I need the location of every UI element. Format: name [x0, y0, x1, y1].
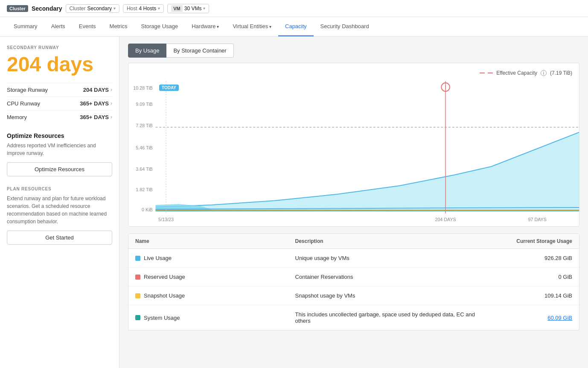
tab-events[interactable]: Events [72, 17, 103, 36]
col-description: Description [295, 238, 487, 244]
table-container: Name Description Current Storage Usage L… [128, 234, 579, 330]
svg-text:!: ! [445, 85, 446, 91]
svg-text:0 KiB: 0 KiB [142, 207, 153, 212]
desc-reserved: Container Reservations [295, 274, 487, 280]
table-row: Reserved Usage Container Reservations 0 … [128, 268, 579, 286]
cluster-filter-value: Secondary [87, 6, 112, 12]
cluster-name: Secondary [32, 5, 62, 12]
table-row: System Usage This includes uncollected g… [128, 305, 579, 330]
cluster-filter-label: Cluster [70, 6, 86, 12]
vm-filter-value: 30 VMs [184, 6, 202, 12]
table-header: Name Description Current Storage Usage [128, 234, 579, 249]
runway-row-memory[interactable]: Memory 365+ DAYS › [7, 110, 112, 124]
runway-value: 204 days [7, 53, 112, 76]
runway-days-memory: 365+ DAYS [80, 114, 109, 120]
optimize-title: Optimize Resources [7, 132, 112, 139]
today-label: TODAY [159, 85, 179, 91]
name-system: System Usage [144, 315, 180, 321]
runway-label-memory: Memory [7, 114, 27, 120]
legend-value: (7.19 TiB) [550, 70, 572, 76]
col-usage: Current Storage Usage [487, 238, 572, 244]
svg-text:7.28 TiB: 7.28 TiB [136, 123, 152, 128]
vm-filter-chevron: ▾ [203, 6, 205, 11]
by-usage-button[interactable]: By Usage [128, 44, 166, 58]
tab-summary[interactable]: Summary [7, 17, 44, 36]
runway-row-storage[interactable]: Storage Runway 204 DAYS › [7, 83, 112, 96]
chart-container: Effective Capacity i (7.19 TiB) TODAY 10… [128, 63, 579, 227]
tab-security-dashboard[interactable]: Security Dashboard [314, 17, 376, 36]
runway-chevron-storage: › [111, 87, 112, 93]
get-started-button[interactable]: Get Started [7, 231, 112, 245]
runway-label-cpu: CPU Runway [7, 100, 40, 107]
tab-metrics[interactable]: Metrics [103, 17, 134, 36]
chart-svg-wrapper: TODAY 10.28 TiB 9.09 TiB 7.28 TiB 5.46 T… [128, 81, 579, 226]
table-row: Snapshot Usage Snapshot usage by VMs 109… [128, 286, 579, 305]
plan-section: PLAN RESOURCES Extend runway and plan fo… [7, 187, 112, 245]
svg-text:204 DAYS: 204 DAYS [435, 217, 456, 222]
tab-virtual-entities[interactable]: Virtual Entities [226, 17, 278, 36]
col-name: Name [135, 238, 295, 244]
runway-label-storage: Storage Runway [7, 87, 48, 93]
tab-hardware[interactable]: Hardware [185, 17, 226, 36]
by-storage-container-button[interactable]: By Storage Container [166, 44, 233, 58]
sidebar-section-label: SECONDARY RUNWAY [7, 45, 112, 50]
optimize-button[interactable]: Optimize Resources [7, 162, 112, 176]
runway-row-cpu[interactable]: CPU Runway 365+ DAYS › [7, 96, 112, 110]
name-reserved: Reserved Usage [144, 274, 185, 280]
legend-dashes [480, 73, 493, 73]
color-indicator-live [135, 256, 140, 261]
top-bar: Cluster Secondary Cluster Secondary ▾ Ho… [0, 0, 588, 17]
chart-svg: 10.28 TiB 9.09 TiB 7.28 TiB 5.46 TiB 3.6… [128, 81, 579, 226]
cluster-filter-chevron: ▾ [114, 6, 116, 11]
svg-text:10.28 TiB: 10.28 TiB [133, 85, 152, 91]
runway-days-cpu: 365+ DAYS [80, 100, 109, 107]
desc-snapshot: Snapshot usage by VMs [295, 292, 487, 299]
legend-label: Effective Capacity [496, 70, 537, 76]
optimize-desc: Address reported VM inefficiencies and i… [7, 142, 112, 157]
host-filter-value: 4 Hosts [139, 6, 157, 12]
svg-text:3.64 TiB: 3.64 TiB [136, 166, 152, 172]
chart-legend: Effective Capacity i (7.19 TiB) [128, 70, 579, 81]
cluster-badge: Cluster [7, 5, 28, 12]
name-cell-reserved: Reserved Usage [135, 274, 295, 280]
tab-storage-usage[interactable]: Storage Usage [134, 17, 185, 36]
cluster-filter[interactable]: Cluster Secondary ▾ [66, 4, 119, 13]
color-indicator-system [135, 315, 140, 320]
content-area: By Usage By Storage Container Effective … [119, 37, 588, 368]
host-filter-chevron: ▾ [158, 6, 160, 11]
desc-live: Unique usage by VMs [295, 255, 487, 261]
svg-marker-8 [156, 132, 579, 211]
plan-section-label: PLAN RESOURCES [7, 187, 112, 191]
value-snapshot: 109.14 GiB [487, 292, 572, 299]
host-filter[interactable]: Host 4 Hosts ▾ [123, 4, 164, 13]
name-snapshot: Snapshot Usage [144, 292, 185, 299]
info-icon: i [541, 70, 547, 76]
table-row: Live Usage Unique usage by VMs 926.28 Gi… [128, 249, 579, 268]
sidebar: SECONDARY RUNWAY 204 days Storage Runway… [0, 37, 119, 368]
runway-chevron-cpu: › [111, 100, 112, 106]
color-indicator-reserved [135, 275, 140, 280]
host-filter-label: Host [127, 6, 137, 12]
value-system-link[interactable]: 60.09 GiB [547, 315, 572, 321]
svg-text:97 DAYS: 97 DAYS [528, 217, 547, 222]
value-live: 926.28 GiB [487, 255, 572, 261]
svg-text:9.09 TiB: 9.09 TiB [136, 102, 152, 107]
runway-days-storage: 204 DAYS [83, 87, 109, 93]
svg-text:1.82 TiB: 1.82 TiB [136, 187, 152, 192]
plan-desc: Extend runway and plan for future worklo… [7, 195, 112, 225]
svg-text:5.46 TiB: 5.46 TiB [136, 145, 152, 150]
main-layout: SECONDARY RUNWAY 204 days Storage Runway… [0, 37, 588, 368]
view-toggle: By Usage By Storage Container [119, 37, 588, 58]
tab-alerts[interactable]: Alerts [44, 17, 72, 36]
tab-capacity[interactable]: Capacity [278, 17, 314, 36]
svg-text:5/13/23: 5/13/23 [158, 217, 174, 222]
value-reserved: 0 GiB [487, 274, 572, 280]
runway-chevron-memory: › [111, 114, 112, 120]
nav-tabs: Summary Alerts Events Metrics Storage Us… [0, 17, 588, 37]
name-live: Live Usage [144, 255, 172, 261]
name-cell-system: System Usage [135, 315, 295, 321]
vm-filter[interactable]: VM 30 VMs ▾ [167, 4, 209, 13]
value-system: 60.09 GiB [487, 315, 572, 321]
name-cell-snapshot: Snapshot Usage [135, 292, 295, 299]
color-indicator-snapshot [135, 293, 140, 298]
